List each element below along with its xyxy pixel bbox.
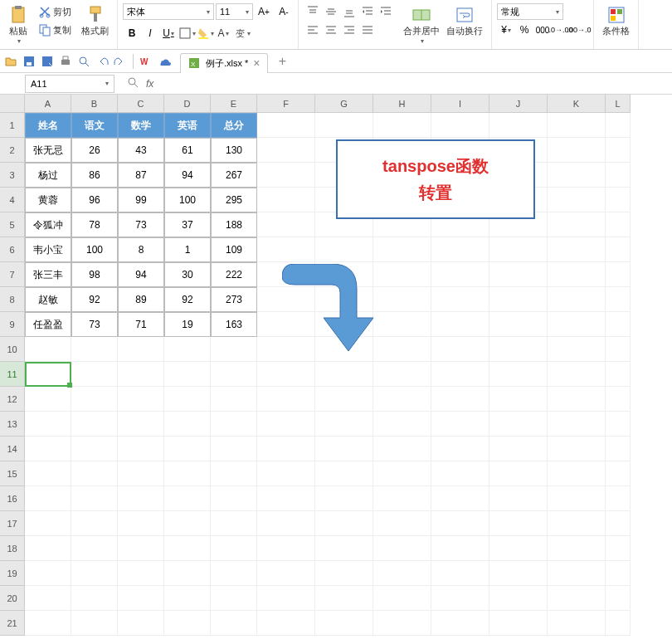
col-header[interactable]: G — [315, 95, 373, 113]
document-tab[interactable]: X 例子.xlsx * × — [180, 53, 268, 73]
table-cell[interactable]: 100 — [71, 237, 118, 262]
table-cell[interactable]: 94 — [118, 262, 164, 287]
name-box[interactable]: A11▾ — [25, 75, 114, 93]
paste-button[interactable]: 粘贴▾ — [5, 3, 32, 46]
row-header[interactable]: 20 — [0, 586, 25, 611]
border-button[interactable]: ▾ — [178, 25, 196, 41]
redo-button[interactable] — [113, 54, 128, 69]
row-header[interactable]: 1 — [0, 113, 25, 138]
cut-button[interactable]: 剪切 — [35, 3, 75, 20]
table-cell[interactable]: 杨过 — [25, 163, 71, 188]
decrease-font-button[interactable]: A- — [275, 3, 293, 20]
font-size-select[interactable]: 11▾ — [216, 3, 253, 20]
table-cell[interactable]: 86 — [71, 163, 118, 188]
table-cell[interactable]: 98 — [71, 262, 118, 287]
align-bottom-button[interactable] — [340, 3, 358, 20]
increase-font-button[interactable]: A+ — [255, 3, 273, 20]
undo-button[interactable] — [95, 54, 110, 69]
col-header[interactable]: A — [25, 95, 71, 113]
select-all-corner[interactable] — [0, 95, 25, 113]
justify-button[interactable] — [358, 22, 377, 38]
wps-button[interactable]: W — [139, 54, 153, 69]
cells-area[interactable]: 姓名语文数学英语总分张无忌264361130杨过868794267黄蓉96991… — [25, 113, 631, 636]
table-cell[interactable]: 韦小宝 — [25, 237, 71, 262]
table-cell[interactable]: 任盈盈 — [25, 312, 71, 337]
active-cell[interactable] — [25, 362, 71, 387]
col-header[interactable]: L — [606, 95, 631, 113]
merge-center-button[interactable]: 合并居中▾ — [400, 3, 443, 46]
row-header[interactable]: 14 — [0, 437, 25, 461]
row-header[interactable]: 3 — [0, 163, 25, 188]
find-icon[interactable] — [126, 76, 139, 91]
row-header[interactable]: 4 — [0, 188, 25, 212]
row-header[interactable]: 8 — [0, 287, 25, 312]
table-cell[interactable]: 295 — [211, 188, 257, 212]
table-cell[interactable]: 89 — [118, 287, 164, 312]
table-cell[interactable]: 92 — [71, 287, 118, 312]
row-header[interactable]: 19 — [0, 561, 25, 586]
row-header[interactable]: 21 — [0, 611, 25, 636]
phonetic-button[interactable]: 变▾ — [232, 25, 251, 41]
col-header[interactable]: B — [71, 95, 118, 113]
print-button[interactable] — [58, 54, 73, 69]
col-header[interactable]: K — [548, 95, 606, 113]
table-cell[interactable]: 37 — [164, 212, 211, 237]
fx-label[interactable]: fx — [146, 78, 153, 90]
copy-button[interactable]: 复制 — [35, 22, 75, 38]
row-header[interactable]: 17 — [0, 511, 25, 536]
align-center-button[interactable] — [322, 22, 340, 38]
row-header[interactable]: 13 — [0, 412, 25, 437]
table-cell[interactable]: 1 — [164, 237, 211, 262]
table-header-cell[interactable]: 语文 — [71, 113, 118, 138]
format-painter-button[interactable]: 格式刷 — [78, 3, 112, 39]
table-cell[interactable]: 109 — [211, 237, 257, 262]
table-header-cell[interactable]: 英语 — [164, 113, 211, 138]
table-header-cell[interactable]: 数学 — [118, 113, 164, 138]
row-header[interactable]: 10 — [0, 337, 25, 362]
table-cell[interactable]: 188 — [211, 212, 257, 237]
col-header[interactable]: C — [118, 95, 164, 113]
table-cell[interactable]: 张三丰 — [25, 262, 71, 287]
wrap-text-button[interactable]: 自动换行 — [443, 3, 486, 39]
table-cell[interactable]: 267 — [211, 163, 257, 188]
col-header[interactable]: H — [373, 95, 431, 113]
font-name-select[interactable]: 宋体▾ — [123, 3, 214, 20]
align-middle-button[interactable] — [322, 3, 340, 20]
col-header[interactable]: J — [489, 95, 548, 113]
italic-button[interactable]: I — [141, 25, 159, 41]
table-cell[interactable]: 黄蓉 — [25, 188, 71, 212]
increase-indent-button[interactable] — [377, 3, 395, 20]
decrease-decimal-button[interactable]: .00→.0 — [570, 22, 588, 38]
row-header[interactable]: 5 — [0, 212, 25, 237]
font-color-button[interactable]: A▾ — [214, 25, 232, 41]
col-header[interactable]: E — [211, 95, 257, 113]
table-cell[interactable]: 100 — [164, 188, 211, 212]
row-header[interactable]: 7 — [0, 262, 25, 287]
table-cell[interactable]: 87 — [118, 163, 164, 188]
percent-button[interactable]: % — [515, 22, 533, 38]
cloud-button[interactable] — [157, 54, 172, 69]
row-header[interactable]: 9 — [0, 312, 25, 337]
align-left-button[interactable] — [304, 22, 322, 38]
table-cell[interactable]: 78 — [71, 212, 118, 237]
decrease-indent-button[interactable] — [358, 3, 377, 20]
underline-button[interactable]: U▾ — [159, 25, 178, 41]
row-header[interactable]: 18 — [0, 536, 25, 561]
table-cell[interactable]: 8 — [118, 237, 164, 262]
table-cell[interactable]: 令狐冲 — [25, 212, 71, 237]
table-header-cell[interactable]: 姓名 — [25, 113, 71, 138]
close-tab-button[interactable]: × — [253, 56, 260, 70]
row-header[interactable]: 15 — [0, 461, 25, 486]
preview-button[interactable] — [76, 54, 91, 69]
table-cell[interactable]: 43 — [118, 138, 164, 163]
row-header[interactable]: 2 — [0, 138, 25, 163]
table-cell[interactable]: 96 — [71, 188, 118, 212]
align-right-button[interactable] — [340, 22, 358, 38]
col-header[interactable]: F — [257, 95, 315, 113]
table-cell[interactable]: 26 — [71, 138, 118, 163]
col-header[interactable]: I — [431, 95, 489, 113]
col-header[interactable]: D — [164, 95, 211, 113]
bold-button[interactable]: B — [123, 25, 141, 41]
align-top-button[interactable] — [304, 3, 322, 20]
table-cell[interactable]: 94 — [164, 163, 211, 188]
